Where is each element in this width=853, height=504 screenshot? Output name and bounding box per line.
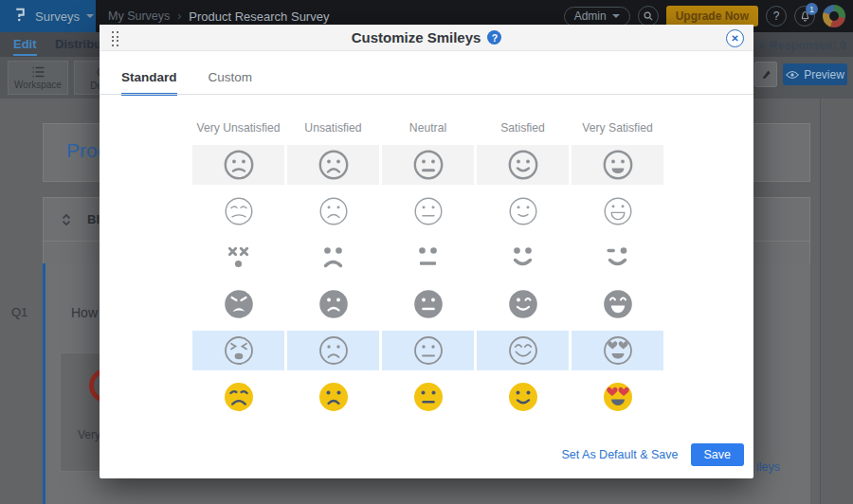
smiley-sketch-satisfied[interactable] [477,331,569,370]
survey-logo-icon [11,6,28,27]
smiley-column-headers: Very UnsatisfiedUnsatisfiedNeutralSatisf… [192,121,663,135]
avatar[interactable] [823,5,845,27]
set-default-save-link[interactable]: Set As Default & Save [562,448,679,461]
modal-tabs: Standard Custom [121,70,252,96]
smiley-thin-outline-very-unsatisfied[interactable] [192,191,284,231]
workspace-button[interactable]: Workspace [8,61,68,95]
admin-label: Admin [574,9,607,23]
app-root: Surveys My Surveys › Product Research Su… [0,0,853,504]
smiley-style-row-abstract [192,238,663,278]
smiley-bold-outline-neutral[interactable] [382,145,474,185]
smiley-column-header: Very Satisfied [572,121,663,135]
breadcrumb-current: Product Research Survey [189,9,329,24]
preview-button[interactable]: Preview [783,63,847,85]
collapse-icon[interactable] [61,213,72,226]
question-mark-icon: ? [773,9,780,23]
smiley-bold-outline-unsatisfied[interactable] [287,145,379,185]
smiley-sketch-unsatisfied[interactable] [287,331,379,370]
search-icon [643,10,654,22]
smiley-abstract-very-satisfied[interactable] [572,238,663,278]
partial-dropdown-label: s [758,39,765,52]
notifications-button[interactable]: 1 [794,6,815,27]
upgrade-now-button[interactable]: Upgrade Now [666,6,758,27]
modal-footer: Set As Default & Save Save [562,443,745,466]
close-button[interactable]: ✕ [726,29,744,47]
chevron-right-icon: › [177,9,181,23]
smiley-emoji-yellow-unsatisfied[interactable] [287,377,379,417]
surveys-menu-label: Surveys [35,9,80,24]
admin-dropdown[interactable]: Admin [564,7,630,27]
smiley-sketch-very-satisfied[interactable] [572,331,663,370]
customize-smileys-link[interactable]: ileys [756,460,780,474]
smiley-abstract-satisfied[interactable] [477,238,569,278]
smiley-thin-outline-unsatisfied[interactable] [287,191,379,231]
customize-smileys-dialog: Customize Smileys ? ✕ Standard Custom Ve… [100,25,753,478]
smiley-grid: Very UnsatisfiedUnsatisfiedNeutralSatisf… [192,121,663,423]
smiley-column-header: Very Unsatisfied [192,121,284,135]
smiley-column-header: Neutral [382,121,474,135]
smiley-abstract-very-unsatisfied[interactable] [192,238,284,278]
modal-title: Customize Smileys [352,29,481,45]
breadcrumb-parent[interactable]: My Surveys [108,9,170,23]
smiley-thin-outline-neutral[interactable] [382,191,474,231]
help-icon[interactable]: ? [487,30,501,45]
smiley-solid-very-unsatisfied[interactable] [192,284,284,324]
smiley-emoji-yellow-satisfied[interactable] [477,377,569,417]
smiley-solid-very-satisfied[interactable] [572,284,663,324]
tabs-divider [100,94,753,95]
smiley-style-row-emoji-yellow [192,377,663,417]
search-button[interactable] [638,6,659,27]
eye-icon [786,70,799,80]
chevron-down-icon [86,14,94,18]
smiley-emoji-yellow-neutral[interactable] [382,377,474,417]
workspace-label: Workspace [14,80,62,90]
smiley-style-row-bold-outline [192,145,663,185]
smiley-solid-unsatisfied[interactable] [287,284,379,324]
smiley-abstract-neutral[interactable] [382,238,474,278]
smiley-bold-outline-very-unsatisfied[interactable] [192,145,284,185]
help-button[interactable]: ? [766,6,787,27]
app-logo-button[interactable]: Surveys [0,0,96,32]
smiley-abstract-unsatisfied[interactable] [287,238,379,278]
brush-icon [760,68,772,81]
right-sidebar [820,99,853,504]
preview-label: Preview [804,68,844,81]
save-button[interactable]: Save [691,443,745,466]
smiley-column-header: Satisfied [477,121,569,135]
smiley-bold-outline-very-satisfied[interactable] [572,145,663,185]
smiley-style-row-thin-outline [192,191,663,231]
smiley-thin-outline-very-satisfied[interactable] [572,191,663,231]
smiley-sketch-neutral[interactable] [382,331,474,370]
responses-count: Responses: 0 [770,39,846,52]
tab-custom[interactable]: Custom [209,70,253,96]
modal-header: Customize Smileys ? ✕ [100,25,753,51]
smiley-emoji-yellow-very-satisfied[interactable] [572,377,663,417]
smiley-style-row-sketch [192,331,663,370]
smiley-style-row-solid [192,284,663,324]
chevron-down-icon [612,14,620,18]
smiley-sketch-very-unsatisfied[interactable] [192,331,284,370]
brush-button[interactable] [754,62,777,87]
question-number: Q1 [11,305,27,319]
smiley-column-header: Unsatisfied [287,121,379,135]
workspace-icon [31,66,45,78]
smiley-bold-outline-satisfied[interactable] [477,145,569,185]
smiley-emoji-yellow-very-unsatisfied[interactable] [192,377,284,417]
tab-edit[interactable]: Edit [13,37,37,56]
notification-badge: 1 [806,3,818,15]
tab-standard[interactable]: Standard [121,70,177,96]
smiley-solid-neutral[interactable] [382,284,474,324]
smiley-solid-satisfied[interactable] [477,284,569,324]
smiley-thin-outline-satisfied[interactable] [477,191,569,231]
drag-handle-icon[interactable] [112,31,119,47]
